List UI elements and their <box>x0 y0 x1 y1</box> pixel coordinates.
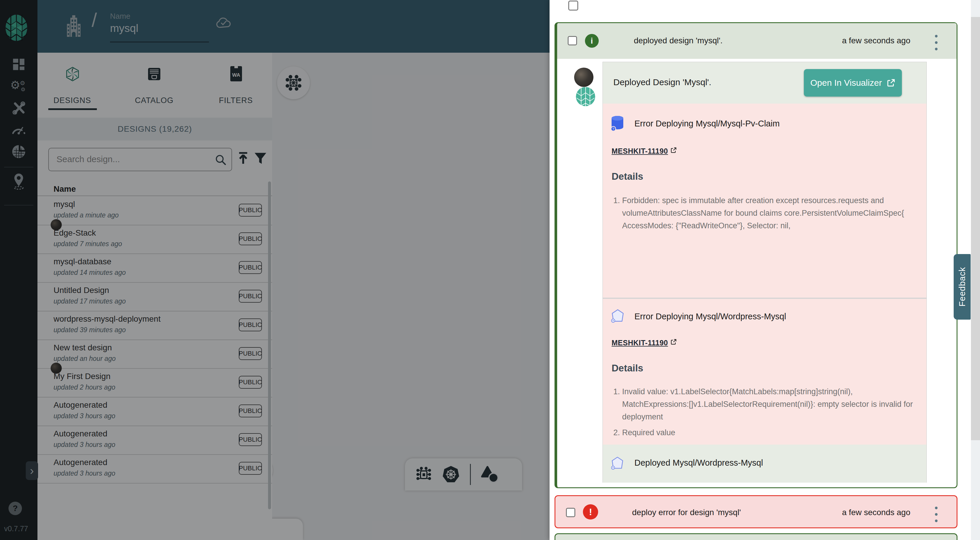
details-heading: Details <box>612 171 643 182</box>
user-avatar <box>574 68 593 87</box>
notification-checkbox[interactable] <box>568 36 577 45</box>
external-link-icon <box>670 339 677 345</box>
deployed-design-row: Deployed Design 'Mysql'. Open In Visuali… <box>603 62 926 104</box>
error-section-title: Error Deploying Mysql/Mysql-Pv-Claim <box>635 119 780 129</box>
details-heading: Details <box>612 363 643 374</box>
open-in-visualizer-label: Open In Visualizer <box>810 78 882 88</box>
feedback-tab[interactable]: Feedback <box>954 254 970 320</box>
external-link-icon <box>670 147 677 153</box>
error-details-list: Forbidden: spec is immutable after creat… <box>612 194 918 235</box>
info-icon: i <box>585 34 599 48</box>
meshkit-link-label: MESHKIT-11190 <box>612 147 668 155</box>
notification-checkbox[interactable] <box>568 1 578 11</box>
error-section: ? Error Deploying Mysql/Mysql-Pv-Claim M… <box>603 104 926 298</box>
notification-title: deploy error for design 'mysql' <box>632 508 741 517</box>
deployment-pod-icon <box>611 456 624 470</box>
deployed-component-text: Deployed Mysql/Wordpress-Mysql <box>635 458 763 468</box>
deployment-pod-icon <box>611 309 625 323</box>
svg-text:?: ? <box>612 127 614 131</box>
error-section-title: Error Deploying Mysql/Wordpress-Mysql <box>635 312 786 321</box>
notification-time: a few seconds ago <box>842 36 911 45</box>
modal-overlay[interactable] <box>0 0 550 540</box>
panel-scrollbar-thumb[interactable] <box>971 17 980 440</box>
error-details-list: Invalid value: v1.LabelSelector{MatchLab… <box>612 385 918 442</box>
notification-detail-box: Deployed Design 'Mysql'. Open In Visuali… <box>603 62 927 483</box>
notification-time: a few seconds ago <box>842 508 911 517</box>
notification-checkbox[interactable] <box>566 508 575 517</box>
error-icon: ! <box>583 504 598 519</box>
notification-title: deployed design 'mysql'. <box>634 36 722 45</box>
open-in-visualizer-button[interactable]: Open In Visualizer <box>804 69 902 97</box>
error-detail-item: Forbidden: spec is immutable after creat… <box>622 194 918 233</box>
notification-center-panel: i deployed design 'mysql'. a few seconds… <box>550 0 980 540</box>
error-detail-item: Invalid value: v1.LabelSelector{MatchLab… <box>622 385 918 424</box>
notification-card-success[interactable] <box>555 533 958 540</box>
error-section: Error Deploying Mysql/Wordpress-Mysql ME… <box>603 299 926 444</box>
deployed-component-row: Deployed Mysql/Wordpress-Mysql <box>603 444 926 483</box>
notification-menu-icon[interactable] <box>932 507 940 522</box>
external-link-icon <box>887 78 896 87</box>
notification-card-error[interactable]: ! deploy error for design 'mysql' a few … <box>555 495 958 528</box>
notification-card-success: i deployed design 'mysql'. a few seconds… <box>555 22 958 488</box>
meshkit-error-link[interactable]: MESHKIT-11190 <box>612 147 677 155</box>
meshery-app: Rows 25 1-25 19262 ‹ › ‹ <box>0 0 980 540</box>
error-detail-item: Required value <box>622 427 918 439</box>
deployed-design-text: Deployed Design 'Mysql'. <box>613 77 711 87</box>
feedback-label: Feedback <box>958 267 967 306</box>
meshkit-error-link[interactable]: MESHKIT-11190 <box>612 339 677 347</box>
notification-card-header[interactable]: i deployed design 'mysql'. a few seconds… <box>557 23 956 59</box>
persistent-volume-claim-icon: ? <box>611 115 624 132</box>
meshkit-link-label: MESHKIT-11190 <box>612 339 668 347</box>
notification-menu-icon[interactable] <box>932 35 940 50</box>
meshery-avatar <box>576 87 595 106</box>
